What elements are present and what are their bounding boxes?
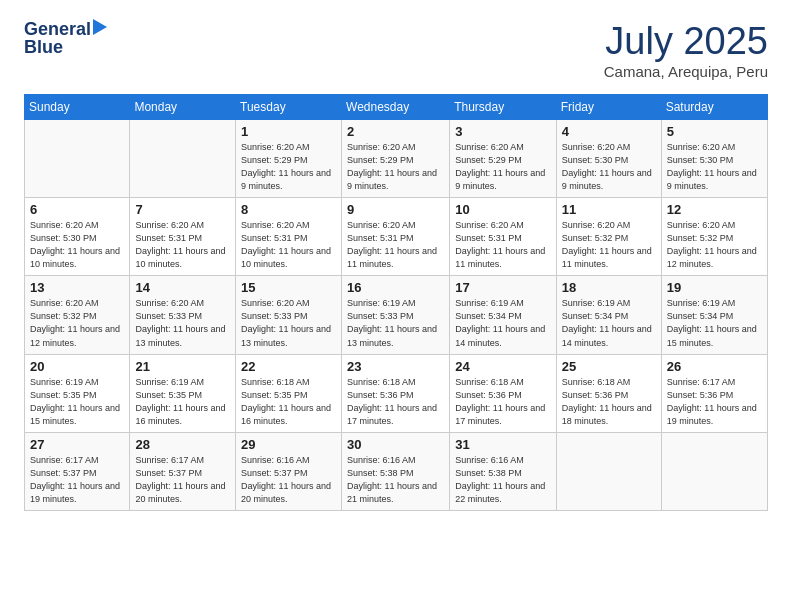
header-saturday: Saturday xyxy=(661,95,767,120)
calendar-cell xyxy=(661,432,767,510)
day-number: 9 xyxy=(347,202,444,217)
header-thursday: Thursday xyxy=(450,95,557,120)
header-wednesday: Wednesday xyxy=(342,95,450,120)
day-detail: Sunrise: 6:17 AM Sunset: 5:37 PM Dayligh… xyxy=(30,454,124,506)
calendar-cell: 10Sunrise: 6:20 AM Sunset: 5:31 PM Dayli… xyxy=(450,198,557,276)
month-year: July 2025 xyxy=(604,20,768,63)
calendar-cell: 12Sunrise: 6:20 AM Sunset: 5:32 PM Dayli… xyxy=(661,198,767,276)
day-number: 5 xyxy=(667,124,762,139)
calendar-cell: 27Sunrise: 6:17 AM Sunset: 5:37 PM Dayli… xyxy=(25,432,130,510)
page: General Blue July 2025 Camana, Arequipa,… xyxy=(0,0,792,612)
calendar-cell: 11Sunrise: 6:20 AM Sunset: 5:32 PM Dayli… xyxy=(556,198,661,276)
day-number: 17 xyxy=(455,280,551,295)
day-detail: Sunrise: 6:20 AM Sunset: 5:29 PM Dayligh… xyxy=(455,141,551,193)
day-detail: Sunrise: 6:19 AM Sunset: 5:34 PM Dayligh… xyxy=(562,297,656,349)
calendar-cell: 17Sunrise: 6:19 AM Sunset: 5:34 PM Dayli… xyxy=(450,276,557,354)
calendar-cell: 8Sunrise: 6:20 AM Sunset: 5:31 PM Daylig… xyxy=(236,198,342,276)
day-number: 31 xyxy=(455,437,551,452)
calendar-cell: 30Sunrise: 6:16 AM Sunset: 5:38 PM Dayli… xyxy=(342,432,450,510)
day-detail: Sunrise: 6:18 AM Sunset: 5:36 PM Dayligh… xyxy=(347,376,444,428)
day-detail: Sunrise: 6:16 AM Sunset: 5:38 PM Dayligh… xyxy=(455,454,551,506)
day-number: 19 xyxy=(667,280,762,295)
calendar-cell: 1Sunrise: 6:20 AM Sunset: 5:29 PM Daylig… xyxy=(236,120,342,198)
calendar-cell: 15Sunrise: 6:20 AM Sunset: 5:33 PM Dayli… xyxy=(236,276,342,354)
day-number: 12 xyxy=(667,202,762,217)
calendar-cell: 26Sunrise: 6:17 AM Sunset: 5:36 PM Dayli… xyxy=(661,354,767,432)
calendar-week-5: 27Sunrise: 6:17 AM Sunset: 5:37 PM Dayli… xyxy=(25,432,768,510)
calendar-week-1: 1Sunrise: 6:20 AM Sunset: 5:29 PM Daylig… xyxy=(25,120,768,198)
day-number: 6 xyxy=(30,202,124,217)
logo-general: General xyxy=(24,19,91,39)
day-detail: Sunrise: 6:19 AM Sunset: 5:34 PM Dayligh… xyxy=(667,297,762,349)
day-detail: Sunrise: 6:20 AM Sunset: 5:32 PM Dayligh… xyxy=(667,219,762,271)
day-number: 13 xyxy=(30,280,124,295)
calendar-cell: 5Sunrise: 6:20 AM Sunset: 5:30 PM Daylig… xyxy=(661,120,767,198)
calendar-cell: 16Sunrise: 6:19 AM Sunset: 5:33 PM Dayli… xyxy=(342,276,450,354)
calendar-week-3: 13Sunrise: 6:20 AM Sunset: 5:32 PM Dayli… xyxy=(25,276,768,354)
day-detail: Sunrise: 6:20 AM Sunset: 5:30 PM Dayligh… xyxy=(562,141,656,193)
calendar-cell: 14Sunrise: 6:20 AM Sunset: 5:33 PM Dayli… xyxy=(130,276,236,354)
calendar-cell: 4Sunrise: 6:20 AM Sunset: 5:30 PM Daylig… xyxy=(556,120,661,198)
calendar-cell: 3Sunrise: 6:20 AM Sunset: 5:29 PM Daylig… xyxy=(450,120,557,198)
day-detail: Sunrise: 6:19 AM Sunset: 5:35 PM Dayligh… xyxy=(30,376,124,428)
logo-arrow-icon xyxy=(93,19,107,35)
day-detail: Sunrise: 6:20 AM Sunset: 5:31 PM Dayligh… xyxy=(455,219,551,271)
day-number: 21 xyxy=(135,359,230,374)
title-block: July 2025 Camana, Arequipa, Peru xyxy=(604,20,768,80)
day-detail: Sunrise: 6:20 AM Sunset: 5:29 PM Dayligh… xyxy=(241,141,336,193)
calendar-table: Sunday Monday Tuesday Wednesday Thursday… xyxy=(24,94,768,511)
day-detail: Sunrise: 6:20 AM Sunset: 5:32 PM Dayligh… xyxy=(562,219,656,271)
calendar-cell: 21Sunrise: 6:19 AM Sunset: 5:35 PM Dayli… xyxy=(130,354,236,432)
day-detail: Sunrise: 6:20 AM Sunset: 5:32 PM Dayligh… xyxy=(30,297,124,349)
day-number: 24 xyxy=(455,359,551,374)
day-number: 14 xyxy=(135,280,230,295)
calendar-cell xyxy=(25,120,130,198)
day-detail: Sunrise: 6:20 AM Sunset: 5:33 PM Dayligh… xyxy=(241,297,336,349)
day-detail: Sunrise: 6:20 AM Sunset: 5:29 PM Dayligh… xyxy=(347,141,444,193)
day-detail: Sunrise: 6:16 AM Sunset: 5:37 PM Dayligh… xyxy=(241,454,336,506)
day-number: 15 xyxy=(241,280,336,295)
day-detail: Sunrise: 6:17 AM Sunset: 5:37 PM Dayligh… xyxy=(135,454,230,506)
header-friday: Friday xyxy=(556,95,661,120)
day-number: 1 xyxy=(241,124,336,139)
day-detail: Sunrise: 6:20 AM Sunset: 5:31 PM Dayligh… xyxy=(347,219,444,271)
day-detail: Sunrise: 6:20 AM Sunset: 5:31 PM Dayligh… xyxy=(135,219,230,271)
day-detail: Sunrise: 6:20 AM Sunset: 5:31 PM Dayligh… xyxy=(241,219,336,271)
day-number: 16 xyxy=(347,280,444,295)
calendar-cell: 7Sunrise: 6:20 AM Sunset: 5:31 PM Daylig… xyxy=(130,198,236,276)
day-detail: Sunrise: 6:19 AM Sunset: 5:34 PM Dayligh… xyxy=(455,297,551,349)
calendar-cell: 18Sunrise: 6:19 AM Sunset: 5:34 PM Dayli… xyxy=(556,276,661,354)
calendar-cell: 28Sunrise: 6:17 AM Sunset: 5:37 PM Dayli… xyxy=(130,432,236,510)
calendar-week-4: 20Sunrise: 6:19 AM Sunset: 5:35 PM Dayli… xyxy=(25,354,768,432)
calendar-cell: 19Sunrise: 6:19 AM Sunset: 5:34 PM Dayli… xyxy=(661,276,767,354)
logo-text: General xyxy=(24,20,91,38)
day-number: 4 xyxy=(562,124,656,139)
day-detail: Sunrise: 6:18 AM Sunset: 5:36 PM Dayligh… xyxy=(562,376,656,428)
calendar-cell: 22Sunrise: 6:18 AM Sunset: 5:35 PM Dayli… xyxy=(236,354,342,432)
day-number: 10 xyxy=(455,202,551,217)
day-number: 26 xyxy=(667,359,762,374)
day-number: 22 xyxy=(241,359,336,374)
header-sunday: Sunday xyxy=(25,95,130,120)
day-number: 27 xyxy=(30,437,124,452)
day-number: 3 xyxy=(455,124,551,139)
day-detail: Sunrise: 6:18 AM Sunset: 5:36 PM Dayligh… xyxy=(455,376,551,428)
day-detail: Sunrise: 6:18 AM Sunset: 5:35 PM Dayligh… xyxy=(241,376,336,428)
day-number: 25 xyxy=(562,359,656,374)
header-tuesday: Tuesday xyxy=(236,95,342,120)
day-number: 11 xyxy=(562,202,656,217)
day-number: 30 xyxy=(347,437,444,452)
calendar-cell xyxy=(130,120,236,198)
calendar-cell xyxy=(556,432,661,510)
day-number: 2 xyxy=(347,124,444,139)
calendar-cell: 20Sunrise: 6:19 AM Sunset: 5:35 PM Dayli… xyxy=(25,354,130,432)
calendar-cell: 23Sunrise: 6:18 AM Sunset: 5:36 PM Dayli… xyxy=(342,354,450,432)
day-number: 18 xyxy=(562,280,656,295)
calendar-cell: 13Sunrise: 6:20 AM Sunset: 5:32 PM Dayli… xyxy=(25,276,130,354)
logo: General Blue xyxy=(24,20,107,56)
day-detail: Sunrise: 6:20 AM Sunset: 5:33 PM Dayligh… xyxy=(135,297,230,349)
day-number: 23 xyxy=(347,359,444,374)
day-detail: Sunrise: 6:16 AM Sunset: 5:38 PM Dayligh… xyxy=(347,454,444,506)
calendar-cell: 24Sunrise: 6:18 AM Sunset: 5:36 PM Dayli… xyxy=(450,354,557,432)
day-number: 29 xyxy=(241,437,336,452)
